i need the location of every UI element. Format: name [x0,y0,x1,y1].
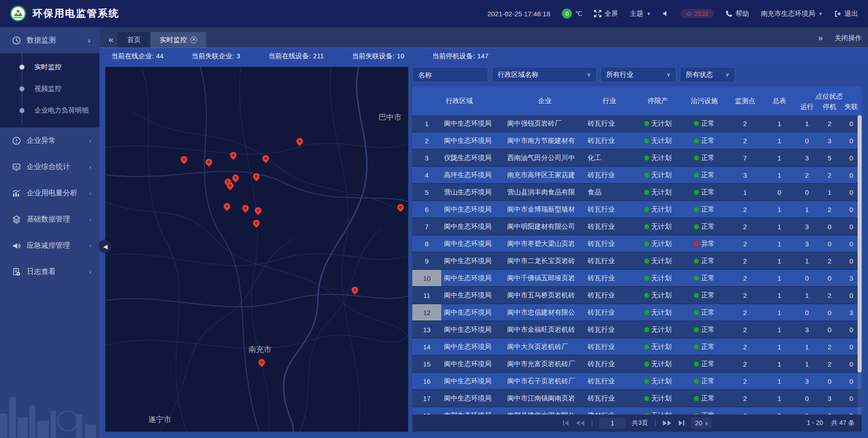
table-row[interactable]: 7阆中生态环境局阆中明阳建材有限公司砖瓦行业无计划正常21300 [412,218,862,235]
table-row[interactable]: 11阆中生态环境局阆中市五马桥页岩机砖砖瓦行业无计划正常21120 [412,287,862,304]
tab-home[interactable]: 首页 [118,32,150,47]
cell-run: 0 [796,395,818,402]
cell-run: 1 [796,257,818,265]
theme-dropdown[interactable]: 主题 ▼ [630,9,651,18]
table-row[interactable]: 1阆中生态环境局阆中强锐页岩砖厂砖瓦行业无计划正常21120 [412,115,862,132]
table-row[interactable]: 10阆中生态环境局阆中千佛镇五郎垭页岩砖瓦行业无计划正常21003 [412,270,862,287]
theme-label: 主题 [630,9,643,18]
layers-icon [12,215,21,224]
cell-points: 2 [727,309,763,316]
status-dot-ok [694,173,699,178]
status-filter-select[interactable]: 所有状态 ∨ [680,67,735,82]
cell-region: 阆中生态环境局 [441,205,505,214]
page-number-input[interactable] [599,418,626,429]
sidebar-item-log-view[interactable]: 日志查看‹ [0,259,99,285]
cell-limit: 无计划 [634,343,682,351]
cell-industry: 砖瓦行业 [585,343,634,351]
page-size-select[interactable]: 20 ∨ [692,418,712,429]
table-row[interactable]: 5营山生态环境局营山县润丰肉食品有限食品无计划正常10010 [412,184,862,201]
status-dot-ok [694,276,699,281]
next-page-button[interactable] [663,420,672,426]
sidebar-item-label: 视频监控 [34,85,61,93]
sidebar-item-realtime-monitor[interactable]: 实时监控 [0,56,99,78]
prev-page-button[interactable] [576,420,585,426]
table-row[interactable]: 8阆中生态环境局阆中市枣碧大梁山页岩砖瓦行业无计划异常21300 [412,235,862,253]
cell-limit: 无计划 [634,377,682,386]
table-row[interactable]: 14阆中生态环境局阆中大兴页岩机砖厂砖瓦行业无计划正常21120 [412,339,862,356]
sidebar-item-label: 企业用电量分析 [27,188,84,198]
cell-industry: 砖瓦行业 [585,291,634,300]
cell-company: 阆中明阳建材有限公司 [505,222,585,231]
row-number: 13 [412,321,441,338]
cell-facility: 正常 [682,222,727,231]
status-dot-ok [644,396,649,401]
industry-filter-select[interactable]: 所有行业 ∨ [600,67,676,82]
cell-points: 2 [727,257,763,265]
tabs-scroll-right-icon[interactable]: » [818,33,823,43]
stat-value: 3 [236,52,240,60]
tabs-scroll-left-icon[interactable]: « [104,34,118,47]
cell-company: 阆中市江南镇阆南页岩 [505,394,585,403]
table-row[interactable]: 6阆中生态环境局阆中市金博瑞新型墙材砖瓦行业无计划正常21120 [412,201,862,218]
table-row[interactable]: 12阆中生态环境局阆中市忠信建材有限公砖瓦行业无计划正常21003 [412,304,862,321]
fullscreen-button[interactable]: 全屏 [594,9,618,18]
sidebar-item-base-data-mgmt[interactable]: 基础数据管理‹ [0,206,99,232]
sidebar-item-emergency-reduction[interactable]: 应急减排管理‹ [0,232,99,259]
brand: 环保用电监管系统 [10,5,119,22]
user-org-dropdown[interactable]: 南充市生态环境局 ▼ [761,9,823,18]
sidebar-group-enterprise-statistics: 企业综合统计‹ [0,154,99,180]
help-button[interactable]: 帮助 [726,9,749,18]
first-page-button[interactable] [562,420,569,426]
table-row[interactable]: 4高坪生态环境局南充市高坪区王家店建砖瓦行业无计划正常31220 [412,167,862,184]
cell-industry: 砖瓦行业 [585,325,634,334]
table-body: 1阆中生态环境局阆中强锐页岩砖厂砖瓦行业无计划正常211202阆中生态环境局阆中… [412,115,862,414]
sidebar-item-data-monitor[interactable]: 数据监测∨ [0,27,99,53]
table-row[interactable]: 13阆中生态环境局阆中市金福旺页岩机砖砖瓦行业无计划正常21300 [412,321,862,339]
table-row[interactable]: 18南部生态环境局南部县建华水泥有限公建材行业无计划正常60060 [412,407,862,414]
sidebar-item-enterprise-abnormal[interactable]: 企业异常‹ [0,127,99,154]
map-canvas[interactable]: 巴中市南充市遂宁市 ◀ [105,67,408,432]
cell-limit: 无计划 [634,325,682,334]
cell-limit: 无计划 [634,308,682,317]
cell-stop: 0 [818,377,841,385]
cell-run: 3 [796,377,818,385]
sidebar-item-power-usage-analysis[interactable]: 企业用电量分析‹ [0,180,99,206]
chevron-left-icon: ‹ [90,268,91,275]
sidebar-group-base-data-mgmt: 基础数据管理‹ [0,206,99,232]
cell-company: 阆中大兴页岩机砖厂 [505,343,585,351]
row-number: 9 [412,253,441,269]
cell-stop: 2 [818,360,841,368]
tab-realtime-monitor[interactable]: 实时监控✕ [151,32,206,47]
table-row[interactable]: 3仪陇生态环境局西南油气田分公司川中化工无计划正常71350 [412,150,862,167]
cell-region: 阆中生态环境局 [441,119,505,128]
region-filter-select[interactable]: 行政区域名称 ∨ [492,67,597,82]
notification-badge[interactable]: 2632 [681,9,714,18]
sidebar-nav: 数据监测∨实时监控视频监控企业电力负荷明细企业异常‹企业综合统计‹企业用电量分析… [0,27,99,438]
cell-points: 1 [727,188,763,196]
mute-button[interactable] [663,10,669,17]
cell-run: 3 [796,223,818,231]
close-operations-button[interactable]: 关闭操作 [835,34,862,42]
table-row[interactable]: 16阆中生态环境局阆中市石子页岩机砖厂砖瓦行业无计划正常21300 [412,373,862,390]
sidebar-item-video-monitor[interactable]: 视频监控 [0,78,99,99]
row-number: 16 [412,373,441,389]
table-row[interactable]: 9阆中生态环境局阆中市二龙长宝页岩砖砖瓦行业无计划正常21120 [412,253,862,270]
tab-close-icon[interactable]: ✕ [190,37,197,43]
last-page-button[interactable] [678,420,685,426]
user-org-label: 南充市生态环境局 [761,9,815,18]
status-dot-ok [644,259,649,264]
name-filter-input[interactable] [412,67,488,82]
cell-stop: 3 [818,137,841,145]
submenu-dot-icon [19,108,24,113]
table-row[interactable]: 2阆中生态环境局阆中市南方节能建材有砖瓦行业无计划正常21030 [412,132,862,150]
logout-button[interactable]: 退出 [835,9,858,18]
cell-industry: 砖瓦行业 [585,308,634,317]
table-row[interactable]: 17阆中生态环境局阆中市江南镇阆南页岩砖瓦行业无计划正常21030 [412,390,862,407]
submenu-dot-icon [19,65,24,70]
pagination-controls: | 共3页 | 20 [562,418,712,429]
table-row[interactable]: 15阆中生态环境局阆中市光富页岩机砖厂砖瓦行业无计划正常21120 [412,356,862,373]
scrollbar-thumb[interactable] [858,115,862,372]
sidebar-item-power-load-detail[interactable]: 企业电力负荷明细 [0,99,99,121]
content-area: « 首页实时监控✕ » 关闭操作 当前在线企业:44当前失联企业:3当前在线设备… [99,27,868,438]
sidebar-item-enterprise-statistics[interactable]: 企业综合统计‹ [0,154,99,180]
